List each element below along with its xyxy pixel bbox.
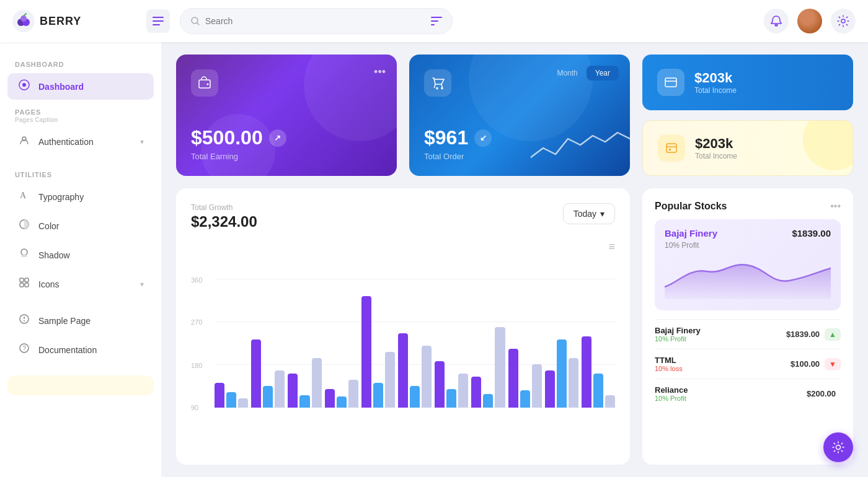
authentication-label: Authentication: [38, 137, 94, 147]
bar-light: [495, 327, 505, 408]
svg-rect-10: [431, 17, 442, 18]
income-blue-icon: [657, 69, 684, 96]
featured-stock-price: $1839.00: [792, 228, 831, 239]
sidebar-section-pages: Pages Pages Caption: [7, 102, 154, 126]
stocks-title: Popular Stocks: [655, 201, 727, 212]
bar-group-7: [435, 361, 468, 408]
typography-icon: A: [17, 190, 31, 204]
svg-rect-22: [25, 278, 29, 282]
svg-rect-12: [431, 24, 435, 25]
bar-group-4: [325, 380, 358, 408]
fab-button[interactable]: [823, 432, 853, 462]
today-button[interactable]: Today ▾: [563, 203, 615, 224]
bar-light: [569, 358, 578, 408]
card-income-blue: $203k Total Income: [642, 55, 853, 110]
color-icon: [17, 219, 31, 233]
month-year-tabs: Month Year: [548, 66, 619, 81]
card-income-yellow: $203k Total Income: [642, 120, 853, 176]
logo-text: BERRY: [40, 15, 81, 28]
svg-rect-6: [153, 20, 164, 22]
search-bar: [180, 8, 453, 34]
svg-point-31: [207, 84, 209, 85]
year-tab[interactable]: Year: [587, 66, 619, 81]
month-tab[interactable]: Month: [548, 66, 586, 81]
order-wave-chart: [531, 126, 630, 164]
bar-group-3: [288, 358, 321, 408]
pages-caption: Pages Caption: [15, 116, 58, 123]
sidebar-item-color[interactable]: Color: [7, 212, 154, 239]
sidebar: Dashboard Dashboard Pages Pages Caption …: [0, 42, 161, 477]
sidebar-item-shadow[interactable]: Shadow: [7, 242, 154, 268]
bar-blue: [593, 374, 603, 408]
income-yellow-amount: $203k: [695, 136, 737, 152]
documentation-icon: ?: [17, 343, 31, 357]
bar-group-5: [361, 296, 395, 408]
wallet-icon: [198, 76, 211, 90]
earning-menu[interactable]: •••: [374, 66, 386, 79]
fab-gear-icon: [831, 440, 845, 454]
income-blue-label: Total Income: [694, 86, 737, 95]
filter-icon[interactable]: [431, 17, 442, 25]
bar-chart: [215, 240, 615, 408]
sample-page-label: Sample Page: [38, 316, 91, 326]
stocks-card: Popular Stocks ••• Bajaj Finery $1839.00…: [642, 188, 853, 465]
bar-purple: [288, 374, 298, 408]
sidebar-promo: [7, 375, 154, 395]
sidebar-item-authentication[interactable]: Authentication ▾: [7, 128, 154, 155]
bar-group-2: [251, 339, 285, 408]
bar-blue: [226, 392, 236, 408]
sidebar-item-dashboard[interactable]: Dashboard: [7, 73, 154, 100]
gear-icon: [837, 15, 849, 27]
chart-row: Total Growth $2,324.00 Today ▾ ≡: [176, 188, 853, 465]
svg-rect-36: [669, 149, 671, 151]
earning-amount: $500.00 ↗: [191, 126, 382, 149]
sidebar-item-typography[interactable]: A Typography: [7, 183, 154, 210]
stocks-header: Popular Stocks •••: [655, 201, 841, 212]
stocks-menu-icon[interactable]: •••: [830, 201, 841, 212]
svg-point-13: [841, 19, 845, 23]
income-yellow-label: Total Income: [695, 152, 737, 160]
stock-bajaj-price: $1839.00: [786, 330, 820, 339]
avatar[interactable]: [797, 9, 822, 33]
income-yellow-text: $203k Total Income: [695, 136, 737, 160]
bar-purple: [325, 389, 335, 408]
sidebar-item-documentation[interactable]: ? Documentation: [7, 336, 154, 363]
icons-chevron: ▾: [140, 280, 144, 289]
header: BERRY: [0, 0, 868, 42]
bar-blue: [299, 395, 309, 408]
sidebar-item-sample-page[interactable]: Sample Page: [7, 307, 154, 334]
chart-title: Total Growth: [191, 203, 257, 212]
bar-light: [458, 374, 468, 408]
card-total-order: Month Year $961 ↙ Total Order: [409, 55, 630, 176]
card-total-earning: ••• $500.00 ↗ Total Earning: [176, 55, 397, 176]
svg-point-19: [21, 249, 27, 255]
authentication-icon: [17, 134, 31, 149]
search-input[interactable]: [205, 16, 426, 26]
bar-blue: [263, 386, 273, 408]
bell-icon: [770, 15, 782, 27]
stock-reliance-price: $200.00: [807, 389, 836, 398]
income-blue-text: $203k Total Income: [694, 70, 737, 95]
settings-button[interactable]: [831, 9, 856, 33]
icons-label: Icons: [38, 279, 59, 289]
dashboard-label: Dashboard: [38, 82, 84, 92]
y-label-270: 270: [191, 318, 202, 326]
bar-blue: [557, 339, 567, 408]
bar-light: [385, 352, 395, 408]
stock-list-ttml-info: TTML 10% loss: [655, 356, 790, 372]
menu-button[interactable]: [146, 9, 170, 33]
stock-list-item-ttml: TTML 10% loss $100.00 ▼: [655, 349, 841, 379]
sidebar-item-icons[interactable]: Icons ▾: [7, 271, 154, 297]
svg-text:?: ?: [23, 345, 27, 352]
typography-label: Typography: [38, 192, 84, 202]
bar-blue: [446, 389, 456, 408]
order-badge: ↙: [474, 129, 492, 147]
svg-rect-32: [665, 78, 676, 87]
sample-page-icon: [17, 313, 31, 328]
authentication-chevron: ▾: [140, 138, 144, 146]
notification-button[interactable]: [764, 9, 789, 33]
sidebar-section-utilities: Utilities: [7, 165, 154, 181]
stock-bajaj-profit: 10% Profit: [655, 335, 786, 343]
svg-point-15: [22, 83, 26, 87]
bar-group-11: [582, 336, 615, 408]
